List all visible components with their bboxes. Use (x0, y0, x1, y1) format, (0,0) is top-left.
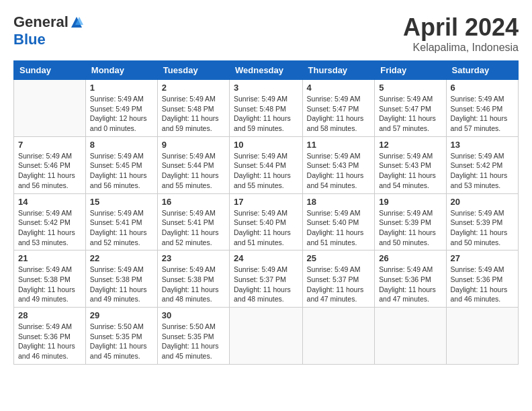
day-info: Sunrise: 5:50 AMSunset: 5:35 PMDaylight:… (162, 322, 225, 361)
day-info: Sunrise: 5:49 AMSunset: 5:37 PMDaylight:… (234, 265, 298, 304)
day-number: 5 (379, 83, 441, 93)
weekday-header-monday: Monday (85, 61, 157, 80)
day-info-line: Daylight: 11 hours and 54 minutes. (379, 171, 441, 190)
day-number: 22 (90, 253, 153, 263)
day-info: Sunrise: 5:49 AMSunset: 5:38 PMDaylight:… (90, 265, 153, 304)
day-info-line: Sunset: 5:46 PM (451, 104, 514, 114)
calendar-cell: 17Sunrise: 5:49 AMSunset: 5:40 PMDayligh… (230, 193, 303, 250)
day-info-line: Daylight: 11 hours and 58 minutes. (307, 113, 371, 133)
day-info-line: Daylight: 11 hours and 48 minutes. (162, 285, 225, 304)
day-info-line: Sunset: 5:41 PM (90, 218, 153, 228)
day-info-line: Sunrise: 5:49 AM (234, 208, 298, 218)
day-info: Sunrise: 5:49 AMSunset: 5:47 PMDaylight:… (307, 94, 371, 134)
day-info-line: Sunset: 5:38 PM (90, 275, 153, 285)
calendar-cell: 12Sunrise: 5:49 AMSunset: 5:43 PMDayligh… (375, 136, 446, 193)
calendar-week-row: 28Sunrise: 5:49 AMSunset: 5:36 PMDayligh… (14, 308, 519, 365)
day-info-line: Sunrise: 5:49 AM (307, 94, 371, 104)
day-info-line: Daylight: 11 hours and 52 minutes. (90, 228, 153, 247)
weekday-header-thursday: Thursday (302, 61, 375, 80)
day-info-line: Sunrise: 5:49 AM (162, 265, 225, 275)
day-info-line: Daylight: 11 hours and 57 minutes. (451, 113, 514, 133)
day-info-line: Sunset: 5:48 PM (162, 104, 225, 114)
day-info-line: Daylight: 11 hours and 45 minutes. (162, 341, 225, 361)
day-info-line: Daylight: 11 hours and 46 minutes. (18, 341, 81, 361)
day-info-line: Sunrise: 5:49 AM (90, 151, 153, 161)
day-info-line: Sunset: 5:44 PM (162, 161, 225, 171)
day-info-line: Sunrise: 5:49 AM (379, 94, 441, 104)
day-info-line: Daylight: 11 hours and 54 minutes. (307, 171, 371, 190)
day-info: Sunrise: 5:49 AMSunset: 5:48 PMDaylight:… (234, 94, 298, 134)
day-info-line: Sunrise: 5:49 AM (18, 151, 81, 161)
day-info: Sunrise: 5:49 AMSunset: 5:41 PMDaylight:… (90, 208, 153, 248)
day-info-line: Sunset: 5:38 PM (18, 275, 81, 285)
logo-icon (70, 15, 83, 29)
day-number: 18 (307, 197, 371, 207)
day-info: Sunrise: 5:49 AMSunset: 5:43 PMDaylight:… (307, 151, 371, 191)
day-info-line: Sunset: 5:43 PM (379, 161, 441, 171)
day-info-line: Sunset: 5:39 PM (451, 218, 514, 228)
day-info: Sunrise: 5:49 AMSunset: 5:42 PMDaylight:… (18, 208, 81, 248)
calendar-cell: 29Sunrise: 5:50 AMSunset: 5:35 PMDayligh… (85, 308, 157, 365)
day-info-line: Daylight: 12 hours and 0 minutes. (90, 113, 153, 133)
day-info: Sunrise: 5:49 AMSunset: 5:43 PMDaylight:… (379, 151, 441, 191)
title-section: April 2024 Kelapalima, Indonesia (403, 13, 519, 54)
day-number: 14 (18, 197, 81, 207)
day-info-line: Sunset: 5:43 PM (307, 161, 371, 171)
day-info-line: Sunset: 5:47 PM (379, 104, 441, 114)
day-info-line: Sunset: 5:39 PM (379, 218, 441, 228)
day-info-line: Daylight: 11 hours and 47 minutes. (379, 285, 441, 304)
day-info-line: Sunrise: 5:49 AM (234, 265, 298, 275)
logo-blue-text: Blue (13, 31, 46, 48)
day-number: 17 (234, 197, 298, 207)
day-number: 9 (162, 140, 225, 150)
day-info: Sunrise: 5:49 AMSunset: 5:40 PMDaylight:… (234, 208, 298, 248)
day-number: 24 (234, 253, 298, 263)
day-info: Sunrise: 5:49 AMSunset: 5:38 PMDaylight:… (18, 265, 81, 304)
day-info-line: Sunrise: 5:49 AM (234, 94, 298, 104)
weekday-header-wednesday: Wednesday (230, 61, 303, 80)
day-info-line: Daylight: 11 hours and 56 minutes. (18, 171, 81, 190)
day-info-line: Sunset: 5:42 PM (451, 161, 514, 171)
day-info-line: Daylight: 11 hours and 59 minutes. (162, 113, 225, 133)
weekday-header-saturday: Saturday (446, 61, 518, 80)
day-info-line: Sunset: 5:48 PM (234, 104, 298, 114)
day-info-line: Sunrise: 5:49 AM (307, 265, 371, 275)
day-info-line: Sunset: 5:45 PM (90, 161, 153, 171)
calendar-cell: 26Sunrise: 5:49 AMSunset: 5:36 PMDayligh… (375, 250, 446, 308)
calendar-cell: 1Sunrise: 5:49 AMSunset: 5:49 PMDaylight… (85, 80, 157, 137)
calendar-cell: 8Sunrise: 5:49 AMSunset: 5:45 PMDaylight… (85, 136, 157, 193)
day-info-line: Sunrise: 5:49 AM (451, 151, 514, 161)
calendar-cell: 18Sunrise: 5:49 AMSunset: 5:40 PMDayligh… (302, 193, 375, 250)
day-info-line: Sunset: 5:37 PM (234, 275, 298, 285)
day-number: 4 (307, 83, 371, 93)
day-number: 7 (18, 140, 81, 150)
day-info-line: Sunrise: 5:49 AM (307, 208, 371, 218)
day-info-line: Sunset: 5:35 PM (162, 332, 225, 342)
day-number: 23 (162, 253, 225, 263)
day-info-line: Sunset: 5:40 PM (234, 218, 298, 228)
day-info: Sunrise: 5:49 AMSunset: 5:44 PMDaylight:… (162, 151, 225, 191)
day-info-line: Sunset: 5:42 PM (18, 218, 81, 228)
day-info-line: Daylight: 11 hours and 57 minutes. (379, 113, 441, 133)
day-info-line: Sunrise: 5:49 AM (451, 208, 514, 218)
day-info: Sunrise: 5:49 AMSunset: 5:46 PMDaylight:… (18, 151, 81, 191)
calendar-cell: 19Sunrise: 5:49 AMSunset: 5:39 PMDayligh… (375, 193, 446, 250)
day-info-line: Daylight: 11 hours and 59 minutes. (234, 113, 298, 133)
day-info-line: Sunrise: 5:49 AM (379, 208, 441, 218)
day-info: Sunrise: 5:49 AMSunset: 5:39 PMDaylight:… (379, 208, 441, 248)
day-info-line: Daylight: 11 hours and 49 minutes. (90, 285, 153, 304)
calendar-cell: 24Sunrise: 5:49 AMSunset: 5:37 PMDayligh… (230, 250, 303, 308)
day-number: 13 (451, 140, 514, 150)
day-number: 8 (90, 140, 153, 150)
day-number: 2 (162, 83, 225, 93)
calendar-cell: 16Sunrise: 5:49 AMSunset: 5:41 PMDayligh… (157, 193, 229, 250)
day-info-line: Daylight: 11 hours and 56 minutes. (90, 171, 153, 190)
page-header: General Blue April 2024 Kelapalima, Indo… (13, 13, 519, 54)
weekday-header-friday: Friday (375, 61, 446, 80)
day-info: Sunrise: 5:49 AMSunset: 5:39 PMDaylight:… (451, 208, 514, 248)
day-info: Sunrise: 5:50 AMSunset: 5:35 PMDaylight:… (90, 322, 153, 361)
day-info-line: Sunset: 5:44 PM (234, 161, 298, 171)
day-info-line: Sunset: 5:36 PM (18, 332, 81, 342)
calendar-cell (230, 308, 303, 365)
calendar-cell: 27Sunrise: 5:49 AMSunset: 5:36 PMDayligh… (446, 250, 518, 308)
